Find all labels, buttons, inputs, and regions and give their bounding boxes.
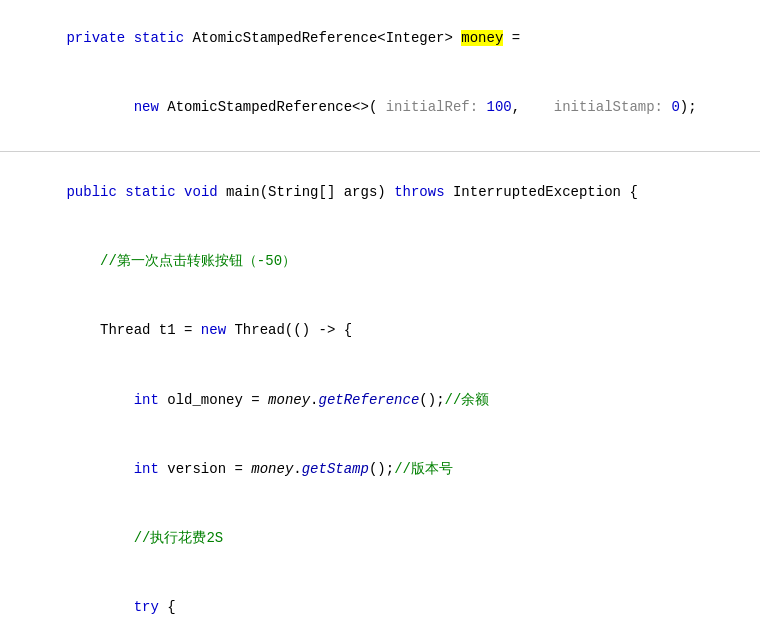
- kw-public: public: [66, 184, 116, 200]
- method-getstamp: getStamp: [302, 461, 369, 477]
- var-money2: money: [251, 461, 293, 477]
- comment-balance: //余额: [445, 392, 490, 408]
- kw-int2: int: [134, 461, 159, 477]
- comment-version: //版本号: [394, 461, 453, 477]
- code-line-8: //执行花费2S: [16, 504, 744, 573]
- code-line-7: int version = money.getStamp();//版本号: [16, 435, 744, 504]
- code-line-3: public static void main(String[] args) t…: [16, 158, 744, 227]
- code-line-6: int old_money = money.getReference();//余…: [16, 365, 744, 434]
- num-100: 100: [487, 99, 512, 115]
- kw-int1: int: [134, 392, 159, 408]
- kw-try: try: [134, 599, 159, 615]
- param-initialstamp: initialStamp:: [554, 99, 663, 115]
- param-initialref: initialRef:: [386, 99, 478, 115]
- var-money1: money: [268, 392, 310, 408]
- section-main: public static void main(String[] args) t…: [0, 152, 760, 633]
- highlight-money: money: [461, 30, 503, 46]
- comment-1: //第一次点击转账按钮（-50）: [100, 253, 296, 269]
- code-line-2: new AtomicStampedReference<>( initialRef…: [16, 73, 744, 142]
- code-line-5: Thread t1 = new Thread(() -> {: [16, 296, 744, 365]
- code-container: private static AtomicStampedReference<In…: [0, 0, 760, 633]
- kw-private: private: [66, 30, 125, 46]
- method-getref: getReference: [319, 392, 420, 408]
- kw-throws: throws: [394, 184, 444, 200]
- num-0: 0: [671, 99, 679, 115]
- code-line-1: private static AtomicStampedReference<In…: [16, 4, 744, 73]
- kw-void: void: [184, 184, 218, 200]
- section-top: private static AtomicStampedReference<In…: [0, 0, 760, 152]
- kw-static: static: [134, 30, 184, 46]
- kw-static2: static: [125, 184, 175, 200]
- code-line-4: //第一次点击转账按钮（-50）: [16, 227, 744, 296]
- code-line-9: try {: [16, 573, 744, 633]
- kw-new2: new: [201, 322, 226, 338]
- kw-new: new: [134, 99, 159, 115]
- comment-exec: //执行花费2S: [134, 530, 224, 546]
